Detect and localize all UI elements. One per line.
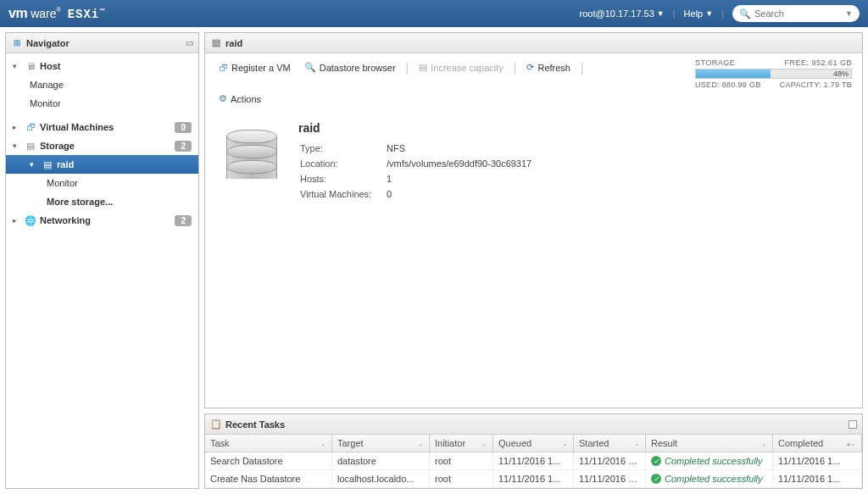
nav-raid-monitor[interactable]: Monitor	[6, 174, 198, 192]
col-result[interactable]: Result⌄	[646, 435, 773, 452]
cell-target: localhost.localdo...	[332, 470, 430, 487]
content-title: raid	[225, 38, 242, 48]
nav-more-storage[interactable]: More storage...	[6, 192, 198, 211]
storage-used: USED: 880.99 GB	[695, 80, 761, 89]
help-menu[interactable]: Help ▼	[684, 8, 714, 19]
expand-toggle-icon[interactable]: ▸	[13, 123, 21, 131]
register-icon: 🗗	[219, 63, 228, 73]
datastore-panel: ▤ raid 🗗 Register a VM 🔍 Datastore brows…	[204, 32, 863, 408]
navigator-panel: ⊞ Navigator ▭ ▾ 🖥 Host Manage Monitor ▸ …	[5, 32, 199, 489]
nav-host[interactable]: ▾ 🖥 Host	[6, 57, 198, 75]
col-completed[interactable]: Completed▴⌄	[773, 435, 862, 452]
tasks-header: 📋 Recent Tasks	[205, 414, 862, 435]
content-header: ▤ raid	[205, 33, 862, 53]
collapse-icon[interactable]: ▭	[186, 38, 193, 47]
nav-raid[interactable]: ▾ ▤ raid	[6, 155, 198, 174]
cell-task: Create Nas Datastore	[205, 470, 332, 487]
cell-result: ✓Completed successfully	[646, 452, 773, 469]
datastore-name: raid	[298, 121, 533, 135]
navigator-header: ⊞ Navigator ▭	[6, 33, 198, 53]
prop-hosts-value: 1	[387, 172, 531, 186]
chevron-down-icon: ▼	[845, 9, 853, 18]
check-icon: ✓	[651, 456, 661, 466]
col-initiator[interactable]: Initiator⌄	[430, 435, 493, 452]
nav-storage[interactable]: ▾ ▤ Storage 2	[6, 136, 198, 155]
storage-count-badge: 2	[175, 141, 192, 152]
datastore-browser-button[interactable]: 🔍 Datastore browser	[301, 60, 399, 75]
separator: |	[581, 61, 584, 75]
nav-raid-label: raid	[57, 159, 74, 169]
gear-icon: ⚙	[219, 93, 227, 104]
datastore-icon: ▤	[42, 158, 53, 170]
table-row[interactable]: Search Datastoredatastoreroot11/11/2016 …	[205, 452, 862, 470]
col-task[interactable]: Task⌄	[205, 435, 332, 452]
sort-icon: ⌄	[761, 440, 767, 447]
search-icon: 🔍	[739, 8, 751, 19]
separator: |	[406, 61, 409, 75]
collapse-toggle-icon[interactable]: ▾	[30, 160, 38, 169]
expand-toggle-icon[interactable]: ▸	[13, 216, 21, 225]
nav-monitor[interactable]: Monitor	[6, 94, 198, 113]
networking-icon: 🌐	[25, 214, 36, 226]
cell-queued: 11/11/2016 1...	[493, 452, 574, 469]
separator: |	[721, 8, 724, 19]
col-queued[interactable]: Queued⌄	[493, 435, 574, 452]
storage-percent: 48%	[833, 69, 849, 78]
nav-vms[interactable]: ▸ 🗗 Virtual Machines 0	[6, 118, 198, 136]
navigator-title: Navigator	[26, 38, 70, 48]
cell-target: datastore	[332, 452, 430, 469]
vms-count-badge: 0	[175, 122, 192, 133]
datastore-detail: raid Type:NFS Location:/vmfs/volumes/e69…	[205, 113, 862, 211]
nav-networking[interactable]: ▸ 🌐 Networking 2	[6, 211, 198, 230]
storage-bar: 48%	[695, 69, 852, 79]
host-icon: 🖥	[25, 60, 36, 72]
storage-capacity: CAPACITY: 1.79 TB	[780, 80, 852, 89]
chevron-down-icon: ▼	[705, 9, 713, 18]
col-started[interactable]: Started⌄	[574, 435, 646, 452]
col-target[interactable]: Target⌄	[332, 435, 430, 452]
prop-type-label: Type:	[300, 142, 385, 155]
sort-icon: ▴⌄	[847, 440, 856, 447]
user-label: root@10.17.17.53	[580, 8, 654, 19]
actions-label: Actions	[231, 94, 261, 104]
collapse-toggle-icon[interactable]: ▾	[13, 142, 21, 150]
refresh-button[interactable]: ⟳ Refresh	[523, 60, 574, 75]
register-vm-button[interactable]: 🗗 Register a VM	[215, 61, 294, 75]
nav-manage-label: Manage	[30, 80, 64, 90]
increase-capacity-button: ▤ Increase capacity	[415, 60, 507, 75]
nav-networking-label: Networking	[40, 215, 91, 225]
increase-label: Increase capacity	[431, 63, 504, 73]
sort-icon: ⌄	[634, 440, 640, 447]
sort-icon: ⌄	[320, 440, 326, 447]
toolbar: 🗗 Register a VM 🔍 Datastore browser | ▤ …	[205, 53, 862, 113]
datastore-icon: ▤	[210, 37, 222, 49]
vms-icon: 🗗	[25, 121, 36, 133]
nav-manage[interactable]: Manage	[6, 75, 198, 94]
nav-host-label: Host	[40, 61, 60, 71]
tasks-rows: Search Datastoredatastoreroot11/11/2016 …	[205, 452, 862, 488]
sort-icon: ⌄	[418, 440, 424, 447]
tasks-icon: 📋	[210, 419, 222, 430]
navigator-icon: ⊞	[11, 37, 23, 49]
table-row[interactable]: Create Nas Datastorelocalhost.localdo...…	[205, 470, 862, 488]
prop-vms-label: Virtual Machines:	[300, 187, 385, 201]
search-box[interactable]: 🔍 ▼	[732, 5, 860, 22]
cell-started: 11/11/2016 1...	[574, 452, 646, 469]
separator: |	[514, 61, 517, 75]
sort-icon: ⌄	[562, 440, 568, 447]
user-menu[interactable]: root@10.17.17.53 ▼	[580, 8, 665, 19]
collapse-toggle-icon[interactable]: ▾	[13, 62, 21, 70]
prop-hosts-label: Hosts:	[300, 172, 385, 186]
nav-vms-label: Virtual Machines	[40, 122, 114, 132]
help-label: Help	[684, 8, 704, 19]
actions-button[interactable]: ⚙ Actions	[215, 92, 264, 106]
storage-free: FREE: 952.61 GB	[784, 58, 852, 67]
networking-count-badge: 2	[175, 215, 192, 226]
check-icon: ✓	[651, 474, 661, 484]
nav-storage-label: Storage	[40, 141, 75, 151]
panel-toggle-icon[interactable]	[849, 420, 857, 429]
cell-completed: 11/11/2016 1...	[773, 470, 862, 487]
cell-completed: 11/11/2016 1...	[773, 452, 862, 469]
search-input[interactable]	[754, 8, 845, 19]
cell-initiator: root	[430, 470, 493, 487]
